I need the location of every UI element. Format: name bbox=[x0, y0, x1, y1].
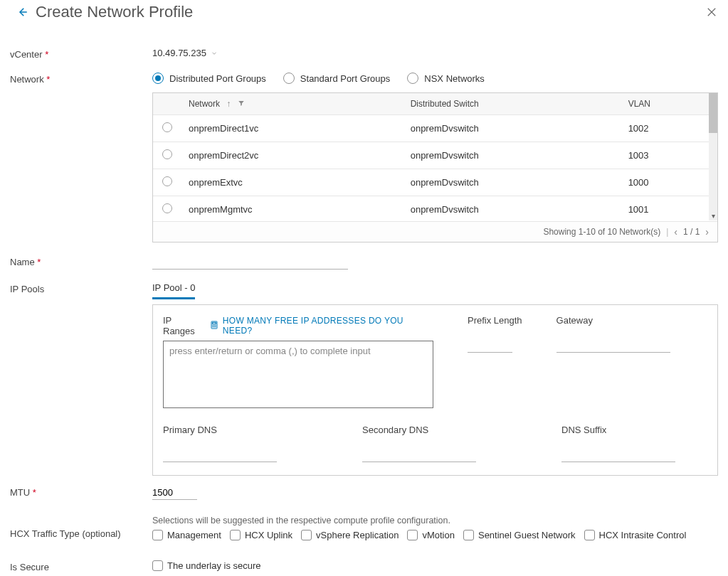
cell-vlan: 1000 bbox=[621, 169, 717, 196]
radio-icon bbox=[152, 73, 164, 84]
secondary-dns-input[interactable] bbox=[362, 448, 476, 462]
checkbox-icon bbox=[230, 530, 241, 540]
primary-dns-input[interactable] bbox=[163, 448, 277, 462]
scrollbar[interactable]: ▾ bbox=[709, 93, 717, 220]
network-table: Network ↑ Distributed Switch VLAN bbox=[152, 92, 718, 242]
cell-vlan: 1003 bbox=[621, 142, 717, 169]
mtu-input[interactable] bbox=[152, 486, 197, 500]
svg-point-7 bbox=[215, 326, 216, 327]
network-type-standard[interactable]: Standard Port Groups bbox=[283, 73, 390, 84]
network-type-distributed[interactable]: Distributed Port Groups bbox=[152, 73, 266, 84]
calculator-icon[interactable] bbox=[210, 321, 218, 331]
svg-point-4 bbox=[215, 325, 216, 326]
page-prev-icon[interactable]: ‹ bbox=[674, 226, 677, 238]
name-label: Name bbox=[10, 255, 152, 267]
table-row[interactable]: onpremMgmtvconpremDvswitch1001 bbox=[153, 196, 717, 222]
back-icon[interactable] bbox=[16, 6, 28, 18]
name-input[interactable] bbox=[152, 255, 348, 270]
cell-dswitch: onpremDvswitch bbox=[403, 169, 621, 196]
radio-icon[interactable] bbox=[162, 122, 172, 132]
prefix-length-input[interactable] bbox=[468, 338, 512, 353]
radio-icon bbox=[283, 73, 295, 84]
table-showing-text: Showing 1-10 of 10 Network(s) bbox=[543, 227, 660, 237]
radio-icon bbox=[407, 73, 418, 84]
svg-point-2 bbox=[212, 325, 213, 326]
primary-dns-label: Primary DNS bbox=[163, 425, 277, 445]
cell-dswitch: onpremDvswitch bbox=[403, 115, 621, 142]
traffic-intrasite-checkbox[interactable]: HCX Intrasite Control bbox=[584, 530, 687, 540]
svg-point-6 bbox=[213, 326, 214, 327]
checkbox-icon bbox=[463, 530, 474, 540]
vcenter-value: 10.49.75.235 bbox=[152, 48, 206, 58]
ip-ranges-help-link[interactable]: HOW MANY FREE IP ADDRESSES DO YOU NEED? bbox=[223, 316, 433, 336]
cell-network: onpremExtvc bbox=[181, 169, 403, 196]
vcenter-select[interactable]: 10.49.75.235 bbox=[152, 48, 218, 58]
ip-pool-tabs: IP Pool - 0 bbox=[152, 282, 718, 300]
column-select bbox=[153, 93, 181, 115]
tab-ip-pool-0[interactable]: IP Pool - 0 bbox=[152, 282, 195, 299]
cell-network: onpremDirect1vc bbox=[181, 115, 403, 142]
column-vlan[interactable]: VLAN bbox=[621, 93, 717, 115]
is-secure-label: Is Secure bbox=[10, 560, 152, 572]
mtu-label: MTU bbox=[10, 486, 152, 498]
checkbox-icon bbox=[301, 530, 312, 540]
cell-dswitch: onpremDvswitch bbox=[403, 142, 621, 169]
traffic-hint: Selections will be suggested in the resp… bbox=[152, 516, 718, 526]
traffic-vmotion-checkbox[interactable]: vMotion bbox=[407, 530, 455, 540]
traffic-type-label: HCX Traffic Type (optional) bbox=[10, 516, 152, 539]
svg-point-5 bbox=[212, 326, 213, 327]
svg-point-3 bbox=[213, 325, 214, 326]
cell-network: onpremDirect2vc bbox=[181, 142, 403, 169]
traffic-management-checkbox[interactable]: Management bbox=[152, 530, 221, 540]
prefix-length-label: Prefix Length bbox=[468, 315, 522, 336]
close-icon[interactable] bbox=[705, 6, 718, 18]
network-type-radio-group: Distributed Port Groups Standard Port Gr… bbox=[152, 73, 718, 84]
ip-ranges-input[interactable] bbox=[163, 341, 433, 408]
table-row[interactable]: onpremExtvconpremDvswitch1000 bbox=[153, 169, 717, 196]
cell-dswitch: onpremDvswitch bbox=[403, 196, 621, 222]
svg-rect-1 bbox=[212, 322, 216, 324]
gateway-label: Gateway bbox=[556, 315, 670, 336]
sort-asc-icon[interactable]: ↑ bbox=[226, 99, 231, 109]
radio-icon[interactable] bbox=[162, 176, 172, 186]
table-row[interactable]: onpremDirect2vconpremDvswitch1003 bbox=[153, 142, 717, 169]
scrollbar-thumb[interactable] bbox=[709, 93, 717, 133]
dns-suffix-input[interactable] bbox=[561, 448, 675, 462]
scroll-down-icon[interactable]: ▾ bbox=[709, 210, 717, 220]
secondary-dns-label: Secondary DNS bbox=[362, 425, 476, 445]
traffic-sentinel-checkbox[interactable]: Sentinel Guest Network bbox=[463, 530, 576, 540]
page-next-icon[interactable]: › bbox=[705, 226, 709, 238]
checkbox-icon bbox=[407, 530, 418, 540]
checkbox-icon bbox=[152, 560, 163, 571]
ip-ranges-label: IP Ranges bbox=[163, 315, 206, 336]
chevron-down-icon bbox=[211, 50, 218, 57]
page-title: Create Network Profile bbox=[36, 3, 193, 21]
cell-vlan: 1001 bbox=[621, 196, 717, 222]
cell-network: onpremMgmtvc bbox=[181, 196, 403, 222]
column-dswitch[interactable]: Distributed Switch bbox=[403, 93, 621, 115]
network-type-nsx[interactable]: NSX Networks bbox=[407, 73, 485, 84]
ip-pool-panel: IP Ranges HOW MANY FREE IP ADDRESSES DO … bbox=[152, 304, 718, 476]
dns-suffix-label: DNS Suffix bbox=[561, 425, 675, 445]
radio-icon[interactable] bbox=[162, 203, 172, 213]
ip-pools-label: IP Pools bbox=[10, 282, 152, 294]
network-label: Network bbox=[10, 73, 152, 85]
gateway-input[interactable] bbox=[556, 338, 670, 353]
traffic-uplink-checkbox[interactable]: HCX Uplink bbox=[230, 530, 292, 540]
checkbox-icon bbox=[152, 530, 163, 540]
filter-icon[interactable] bbox=[238, 99, 245, 109]
vcenter-label: vCenter bbox=[10, 48, 152, 60]
cell-vlan: 1002 bbox=[621, 115, 717, 142]
column-network[interactable]: Network ↑ bbox=[181, 93, 403, 115]
table-row[interactable]: onpremDirect1vconpremDvswitch1002 bbox=[153, 115, 717, 142]
traffic-replication-checkbox[interactable]: vSphere Replication bbox=[301, 530, 399, 540]
table-page-text: 1 / 1 bbox=[683, 227, 700, 237]
underlay-secure-checkbox[interactable]: The underlay is secure bbox=[152, 560, 718, 571]
radio-icon[interactable] bbox=[162, 149, 172, 159]
checkbox-icon bbox=[584, 530, 595, 540]
